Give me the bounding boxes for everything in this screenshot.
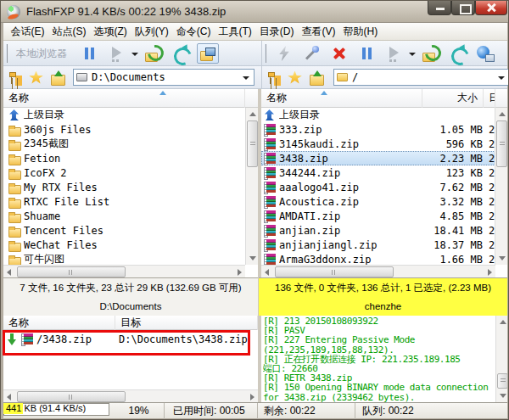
menu-item[interactable]: 工具(T) [215, 23, 255, 40]
horizontal-scrollbar[interactable] [3, 389, 258, 402]
file-row[interactable]: RTXC File List [3, 194, 245, 209]
column-header-date[interactable]: 日期 [484, 89, 495, 108]
local-status-bar: 7 文件, 16 文件夹, 23 总计 29 KB (132.69 GB 可用)… [3, 277, 258, 316]
refresh-icon[interactable] [447, 43, 469, 64]
file-row[interactable]: 3145kaudi.zip 596 KB 2 [261, 137, 495, 151]
file-row[interactable]: 360js Files [3, 122, 245, 137]
file-row[interactable]: ArmaG3ddonx.zip 1.66 MB 2 [261, 252, 495, 265]
vertical-scrollbar[interactable] [495, 108, 507, 265]
file-row[interactable]: 2345截图 [3, 137, 245, 151]
menu-item[interactable]: 选项(Z) [90, 23, 131, 40]
file-row[interactable]: 上级目录 [3, 108, 245, 122]
combo-caret-icon[interactable] [243, 76, 249, 80]
maximize-button[interactable] [451, 1, 475, 15]
scrollbar-button[interactable] [3, 266, 16, 278]
scrollbar-thumb[interactable] [275, 266, 394, 277]
scrollbar-button[interactable] [3, 390, 16, 403]
scrollbar-button[interactable] [232, 266, 245, 278]
quick-connect-icon[interactable] [274, 43, 296, 64]
file-size: 7.62 MB [420, 182, 483, 193]
file-row[interactable]: anjianjiangl.zip 18.37 MB 2 [261, 238, 495, 252]
resume-icon[interactable] [383, 43, 405, 64]
local-browser-icon[interactable] [197, 43, 219, 64]
remote-path-combobox[interactable]: / [333, 69, 509, 86]
scroll-arrow-icon [250, 394, 255, 400]
column-header-name[interactable]: 名称 [3, 316, 115, 330]
file-row[interactable]: aaalogo41.zip 7.62 MB 2 [261, 180, 495, 194]
scrollbar-button[interactable] [246, 252, 259, 265]
menu-item[interactable]: 目录(D) [255, 23, 298, 40]
scrollbar-button[interactable] [246, 108, 259, 120]
title-bar[interactable]: FlashFXP 91.4 KB/s 00:22 19% 3438.zip [1, 1, 509, 23]
file-row[interactable]: AMDATI.zip 4.85 MB 2 [261, 209, 495, 223]
scrollbar-button[interactable] [261, 266, 274, 278]
transfer-icon[interactable] [143, 43, 165, 64]
file-row[interactable]: Tencent Files [3, 223, 245, 238]
scrollbar-thumb[interactable] [497, 373, 507, 389]
toolbar-grip[interactable] [265, 44, 269, 63]
remote-browser-icon[interactable] [474, 43, 496, 64]
combo-caret-icon[interactable] [498, 76, 505, 80]
horizontal-scrollbar[interactable] [3, 265, 245, 277]
pause-icon[interactable] [355, 43, 378, 64]
folder-up-icon[interactable] [48, 69, 67, 87]
remote-toolbar [261, 41, 507, 66]
tree-view-icon[interactable] [6, 69, 25, 87]
vertical-scrollbar[interactable] [495, 316, 507, 402]
scrollbar-button[interactable] [495, 252, 508, 265]
scrollbar-button[interactable] [495, 108, 508, 120]
file-row[interactable]: Fetion [3, 151, 245, 165]
file-row[interactable]: 可牛闪图 [3, 252, 245, 265]
disconnect-icon[interactable] [328, 43, 350, 64]
close-button[interactable] [475, 1, 507, 15]
scrollbar-button[interactable] [245, 390, 258, 403]
file-row[interactable]: 3438.zip 2.23 MB 2 [261, 151, 495, 165]
dropdown-caret-icon[interactable] [407, 43, 417, 64]
scrollbar-thumb[interactable] [17, 266, 126, 277]
scrollbar-button[interactable] [496, 389, 507, 402]
menu-item[interactable]: 队列(Y) [131, 23, 172, 40]
scrollbar-thumb[interactable] [247, 120, 258, 167]
favorites-icon[interactable] [27, 69, 46, 87]
column-header-name[interactable]: 名称 [261, 89, 422, 108]
scrollbar-thumb[interactable] [496, 120, 507, 167]
file-row[interactable]: 333.zip 1.05 MB 2 [261, 122, 495, 137]
column-header-size[interactable]: 大小 [422, 89, 484, 108]
menu-item[interactable]: 帮助(H) [339, 23, 382, 40]
file-row[interactable]: anjian.zip 18.41 MB 2 [261, 223, 495, 238]
menu-item[interactable]: 命令(C) [172, 23, 215, 40]
scrollbar-thumb[interactable] [17, 391, 126, 402]
toolbar-grip[interactable] [6, 44, 10, 63]
folder-up-icon[interactable] [307, 69, 326, 87]
tree-view-icon[interactable] [265, 69, 283, 87]
file-row[interactable]: Shuame [3, 209, 245, 223]
resume-icon[interactable] [105, 43, 127, 64]
file-row[interactable]: My RTX Files [3, 180, 245, 194]
horizontal-scrollbar[interactable] [261, 265, 495, 277]
favorites-icon[interactable] [286, 69, 305, 87]
minimize-button[interactable] [428, 1, 451, 15]
transfer-icon[interactable] [420, 43, 442, 64]
file-row[interactable]: 上级目录 [261, 108, 495, 122]
file-size: 18.41 MB [420, 225, 483, 237]
column-header-name[interactable]: 名称 [3, 89, 245, 108]
local-path-combobox[interactable]: D:\Documents [73, 69, 255, 86]
menu-item[interactable]: 会话(E) [7, 23, 48, 40]
scrollbar-button[interactable] [483, 266, 495, 278]
scrollbar-button[interactable] [496, 316, 507, 328]
file-row[interactable]: 344244.zip 123 KB 2 [261, 165, 495, 180]
column-header-target[interactable]: 目标 [115, 316, 258, 330]
menu-item[interactable]: 站点(S) [48, 23, 90, 40]
file-icon [264, 239, 277, 250]
queue-row[interactable]: /3438.zip D:\Documents\3438.zip [3, 330, 258, 346]
pause-icon[interactable] [78, 43, 100, 64]
menu-item[interactable]: 查看(V) [298, 23, 339, 40]
file-icon [264, 196, 277, 207]
connect-icon[interactable] [301, 43, 323, 64]
refresh-icon[interactable] [170, 43, 192, 64]
vertical-scrollbar[interactable] [245, 108, 258, 265]
file-row[interactable]: WeChat Files [3, 238, 245, 252]
file-row[interactable]: IcoFX 2 [3, 165, 245, 180]
dropdown-caret-icon[interactable] [130, 43, 140, 64]
file-row[interactable]: Acoustica.zip 3.32 MB 2 [261, 194, 495, 209]
